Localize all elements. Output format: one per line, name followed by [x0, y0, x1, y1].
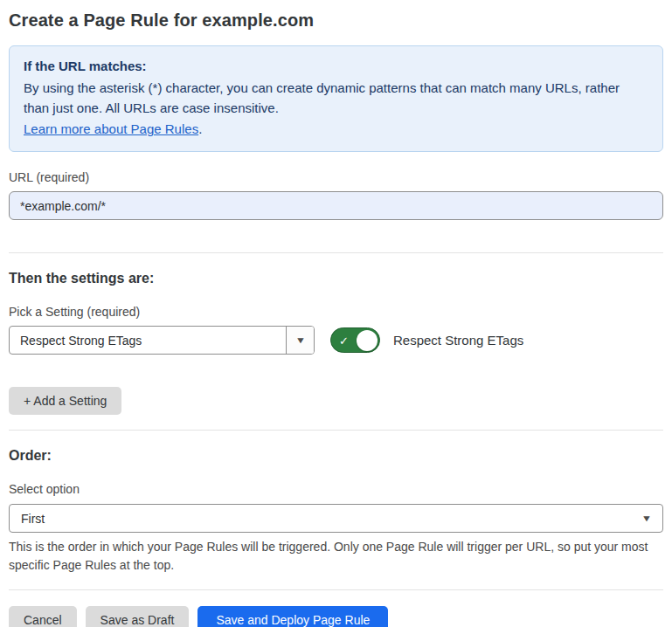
learn-more-link[interactable]: Learn more about Page Rules [24, 121, 198, 136]
check-icon: ✓ [339, 334, 349, 346]
settings-heading: Then the settings are: [9, 271, 663, 286]
page-title: Create a Page Rule for example.com [9, 10, 663, 31]
url-input[interactable] [9, 191, 663, 220]
order-heading: Order: [9, 448, 663, 464]
save-deploy-button[interactable]: Save and Deploy Page Rule [197, 606, 388, 627]
setting-dropdown[interactable]: Respect Strong ETags ▼ [9, 326, 315, 355]
url-match-info-box: If the URL matches: By using the asteris… [9, 45, 663, 152]
setting-row: Respect Strong ETags ▼ ✓ Respect Strong … [9, 326, 663, 355]
etags-toggle-label: Respect Strong ETags [393, 333, 523, 348]
chevron-down-icon: ▼ [294, 336, 305, 345]
add-setting-button[interactable]: + Add a Setting [9, 387, 121, 415]
url-field-label: URL (required) [9, 170, 663, 184]
chevron-down-icon: ▼ [641, 514, 652, 523]
order-select-value: First [21, 512, 642, 526]
divider-url-settings [9, 252, 663, 253]
save-draft-button[interactable]: Save as Draft [86, 606, 190, 627]
create-page-rule-panel: Create a Page Rule for example.com If th… [0, 0, 672, 627]
setting-dropdown-value: Respect Strong ETags [10, 327, 286, 354]
info-box-heading: If the URL matches: [24, 57, 648, 77]
cancel-button[interactable]: Cancel [9, 606, 77, 627]
etags-toggle[interactable]: ✓ [330, 327, 380, 353]
pick-setting-label: Pick a Setting (required) [9, 305, 663, 319]
info-link-line: Learn more about Page Rules. [24, 120, 648, 140]
order-select[interactable]: First ▼ [9, 504, 663, 533]
order-help-text: This is the order in which your Page Rul… [9, 538, 660, 575]
divider-settings-order [9, 430, 663, 431]
divider-footer [9, 589, 663, 590]
setting-dropdown-arrow-button[interactable]: ▼ [286, 327, 314, 354]
order-select-label: Select option [9, 482, 663, 496]
info-box-body: By using the asterisk (*) character, you… [24, 79, 648, 119]
toggle-knob [357, 330, 378, 351]
footer-actions: Cancel Save as Draft Save and Deploy Pag… [9, 606, 663, 627]
info-link-period: . [198, 121, 202, 136]
